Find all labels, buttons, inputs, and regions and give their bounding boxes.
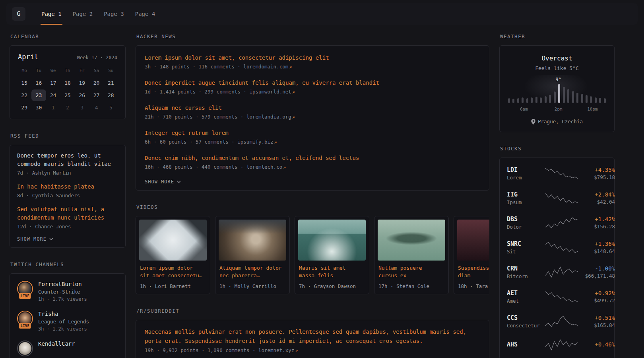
stock-row[interactable]: SNRC Sit +1.36% $148.64 [507,235,607,260]
rss-show-more-button[interactable]: SHOW MORE [17,236,118,242]
video-thumbnail[interactable] [457,220,489,261]
hn-item-headline[interactable]: Aliquam nec cursus elit [145,104,480,112]
external-link-icon[interactable]: ↗ [292,114,295,120]
tab-page-1[interactable]: Page 1 [36,3,67,25]
subreddit-domain-link[interactable]: loremnet.xyz [258,347,294,353]
hn-meta-text: 3h · 148 points · 116 comments · [145,64,243,70]
stock-price: $156.28 [578,224,615,230]
hn-item-meta: 1d · 1,414 points · 299 comments · ipsum… [145,89,480,95]
subreddit-post: Maecenas mollis pulvinar erat non posuer… [145,327,480,353]
stock-name: Dolor [507,224,545,230]
subreddit-card: Maecenas mollis pulvinar erat non posuer… [136,320,489,358]
stock-symbol: IIG [507,191,545,198]
twitch-channel-row[interactable]: LIVE Trisha League of Legends 3h · 1.2k … [17,311,118,332]
video-thumbnail[interactable] [139,220,207,261]
hn-item-headline[interactable]: Lorem ipsum dolor sit amet, consectetur … [145,54,480,62]
stock-row[interactable]: LDI Lorem +4.35% $795.18 [507,161,607,186]
middle-column: HACKER NEWS Lorem ipsum dolor sit amet, … [136,33,489,358]
weather-hour-bar [508,98,510,103]
app-logo[interactable]: G [12,7,25,21]
weekday-label: Tu [31,68,46,73]
stock-change: +4.35% [578,167,615,173]
channel-game: Counter-Strike [38,289,87,295]
video-title[interactable]: Lorem ipsum dolor sit amet consectetu… [140,265,206,280]
calendar-day: 21 [104,77,118,89]
video-card[interactable]: Mauris sit amet massa felis 7h · Grayson… [295,216,369,294]
weather-hour-bar [563,87,565,103]
channel-meta: 1h · 1.7k viewers [38,296,87,302]
twitch-section-title: TWITCH CHANNELS [10,261,126,267]
hn-show-more-button[interactable]: SHOW MORE [145,179,480,185]
tab-page-4[interactable]: Page 4 [130,3,161,25]
subreddit-widget: /R/SUBREDDIT Maecenas mollis pulvinar er… [136,308,489,358]
rss-item-headline[interactable]: Sed volutpat nulla nisl, a condimentum n… [17,205,118,222]
tab-page-3[interactable]: Page 3 [98,3,130,25]
stock-sparkline [545,192,578,204]
calendar-day: 2 [60,102,75,113]
left-column: CALENDAR April Week 17 · 2024 Mo Tu We T… [10,33,126,358]
dashboard: CALENDAR April Week 17 · 2024 Mo Tu We T… [0,25,644,358]
stock-sparkline-path [545,340,578,350]
hn-domain-link[interactable]: ipsumworld.net [249,89,291,95]
hn-item-headline[interactable]: Integer eget rutrum lorem [145,129,480,137]
stock-row[interactable]: AET Amet +0.92% $499.72 [507,284,607,309]
video-meta: 18h · Tara [458,283,489,289]
stock-row[interactable]: IIG Ipsum +2.84% $42.04 [507,186,607,210]
weather-hour-bar [540,97,542,103]
rss-item-meta: 7d · Ashlyn Martin [17,170,118,176]
hn-domain-link[interactable]: ipsumify.biz [237,139,273,145]
video-thumbnail[interactable] [219,220,286,261]
hn-item-meta: 6h · 60 points · 57 comments · ipsumify.… [145,139,480,145]
video-title[interactable]: Suspendisse diam [458,265,489,280]
video-card[interactable]: Nullam posuere cursus ex 17h · Stefan Co… [374,216,449,294]
stock-id: LDI Lorem [507,166,545,181]
stock-row[interactable]: CRN Bitcorn -1.00% $66,171.48 [507,260,607,284]
hn-item-meta: 3h · 148 points · 116 comments · loremdo… [145,64,480,70]
hn-item-headline[interactable]: Donec enim nibh, condimentum et accumsan… [145,154,480,162]
stock-row[interactable]: CCS Consectetur +0.51% $165.84 [507,309,607,334]
tab-page-2[interactable]: Page 2 [67,3,99,25]
external-link-icon[interactable]: ↗ [283,164,286,170]
stock-row[interactable]: AHS +0.46% [507,334,607,356]
hn-domain-link[interactable]: loremlandia.org [246,114,291,120]
external-link-icon[interactable]: ↗ [274,139,277,145]
hn-item-headline[interactable]: Donec imperdiet augue tincidunt felis al… [145,79,480,87]
hn-domain-link[interactable]: loremtech.co [246,164,282,170]
weather-hour-bar [586,95,588,103]
hn-meta-text: 1d · 1,414 points · 299 comments · [145,89,249,95]
video-card[interactable]: Suspendisse diam 18h · Tara [454,216,489,294]
weather-hour-bar [522,97,524,103]
video-title[interactable]: Mauris sit amet massa felis [299,265,365,280]
stock-name: Sit [507,249,545,255]
twitch-channel-row[interactable]: KendallCarr [17,340,118,356]
twitch-channel-row[interactable]: LIVE ForrestBurton Counter-Strike 1h · 1… [17,281,118,302]
external-link-icon[interactable]: ↗ [292,89,295,95]
stock-change: +0.51% [578,315,615,321]
stock-price: $66,171.48 [578,273,615,279]
external-link-icon[interactable]: ↗ [289,64,292,70]
stock-row[interactable]: DBS Dolor +1.42% $156.28 [507,210,607,235]
stock-id: IIG Ipsum [507,191,545,205]
channel-info: Trisha League of Legends 3h · 1.2k viewe… [38,311,89,332]
hn-domain-link[interactable]: loremdomain.com [243,64,288,70]
external-link-icon[interactable]: ↗ [295,348,298,353]
rss-item-headline[interactable]: In hac habitasse platea [17,183,118,191]
video-title[interactable]: Aliquam tempor dolor nec pharetra… [219,265,285,280]
rss-item-meta: 12d · Chance Jones [17,224,118,230]
rss-item-headline[interactable]: Donec tempor eros leo, ut commodo mauris… [17,152,118,168]
location-pin-icon [531,119,535,125]
stock-values: +1.36% $148.64 [578,241,615,254]
hn-item-meta: 21h · 710 points · 579 comments · loreml… [145,114,480,120]
calendar-day: 3 [75,102,89,113]
video-thumbnail[interactable] [298,220,366,261]
video-thumbnail[interactable] [378,220,445,261]
subreddit-post-headline[interactable]: Maecenas mollis pulvinar erat non posuer… [145,327,480,346]
video-card[interactable]: Aliquam tempor dolor nec pharetra… 1h · … [215,216,290,294]
video-meta: 7h · Grayson Dawson [299,283,365,289]
video-card[interactable]: Lorem ipsum dolor sit amet consectetu… 1… [136,216,210,294]
video-title[interactable]: Nullam posuere cursus ex [378,265,444,280]
weather-location-label: Prague, Czechia [538,119,583,125]
right-column: WEATHER Overcast Feels like 5°C 9° 6am 2… [499,33,615,358]
weather-hour-bar [590,96,592,103]
calendar-day: 24 [46,90,60,101]
